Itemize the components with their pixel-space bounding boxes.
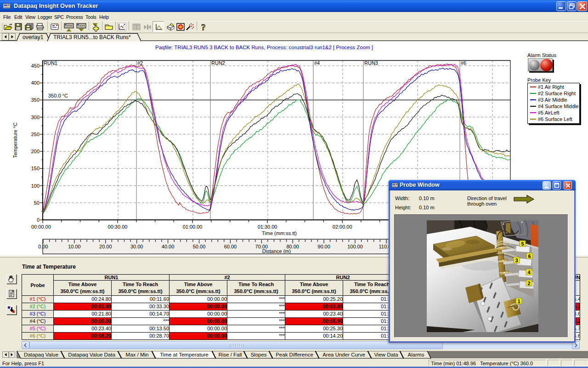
svg-text:50: 50 [34, 200, 40, 206]
svg-text:Peak Difference: Peak Difference [276, 352, 313, 357]
svg-text:200: 200 [31, 149, 40, 154]
svg-text:TRIAL3 RUN5...to BACK Runs*: TRIAL3 RUN5...to BACK Runs* [53, 34, 131, 40]
svg-text:Alarms: Alarms [408, 352, 424, 357]
svg-text:100.00: 100.00 [347, 244, 363, 249]
svg-text:overlay1: overlay1 [23, 34, 44, 40]
svg-text:10.00: 10.00 [68, 244, 81, 249]
svg-text:150: 150 [31, 166, 40, 171]
svg-text:90.00: 90.00 [317, 244, 330, 249]
svg-text:Datapaq Value: Datapaq Value [24, 352, 58, 357]
svg-text:0.00: 0.00 [38, 244, 48, 249]
svg-text:Slopes: Slopes [250, 352, 266, 357]
svg-text:02:00.00: 02:00.00 [333, 224, 352, 230]
svg-text:01:00.00: 01:00.00 [183, 224, 203, 230]
svg-text:250: 250 [31, 132, 40, 137]
svg-text:00:30.00: 00:30.00 [108, 224, 128, 230]
svg-text:Distance (m): Distance (m) [262, 248, 291, 254]
svg-text:4: 4 [527, 270, 531, 275]
svg-text:Time at Temperature: Time at Temperature [160, 352, 208, 357]
svg-text:350.0 °C: 350.0 °C [48, 93, 68, 98]
svg-text:Max / Min: Max / Min [126, 352, 149, 357]
svg-text:Paqfile: TRIAL3 RUN5 3 BACK to: Paqfile: TRIAL3 RUN5 3 BACK to BACK Runs… [155, 45, 373, 50]
svg-text:30.00: 30.00 [130, 244, 143, 249]
svg-text:Datapaq Value Data: Datapaq Value Data [68, 352, 115, 357]
svg-text:0: 0 [37, 217, 40, 223]
svg-text:#2: #2 [137, 60, 143, 66]
svg-text:40.00: 40.00 [162, 244, 175, 249]
svg-text:60.00: 60.00 [224, 244, 237, 249]
svg-text:RUN1: RUN1 [44, 60, 57, 66]
svg-text:50.00: 50.00 [193, 244, 206, 249]
svg-text:5: 5 [521, 241, 524, 247]
svg-text:?: ? [201, 23, 206, 32]
svg-text:#4: #4 [314, 60, 320, 66]
svg-text:Temperature °C: Temperature °C [12, 122, 18, 158]
svg-text:RUN3: RUN3 [364, 60, 378, 66]
svg-text:RUN2: RUN2 [211, 60, 225, 66]
svg-text:6: 6 [528, 253, 531, 259]
svg-text:01:30.00: 01:30.00 [258, 224, 277, 230]
svg-text:View Data: View Data [374, 352, 398, 357]
svg-text:1: 1 [517, 299, 520, 304]
svg-text:Rise / Fall: Rise / Fall [218, 352, 242, 357]
svg-text:Time (mm:ss.tt): Time (mm:ss.tt) [262, 230, 297, 236]
svg-text:350: 350 [31, 97, 40, 103]
svg-text:00:00.00: 00:00.00 [31, 224, 51, 230]
svg-text:#6: #6 [461, 60, 466, 66]
svg-text:20.00: 20.00 [99, 244, 112, 249]
svg-text:300: 300 [31, 115, 40, 120]
svg-text:3: 3 [515, 258, 518, 263]
svg-text:450: 450 [31, 63, 40, 69]
svg-text:2: 2 [527, 281, 530, 286]
svg-text:100: 100 [31, 183, 40, 189]
svg-text:Area Under Curve: Area Under Curve [322, 352, 365, 357]
svg-text:400: 400 [31, 80, 40, 86]
